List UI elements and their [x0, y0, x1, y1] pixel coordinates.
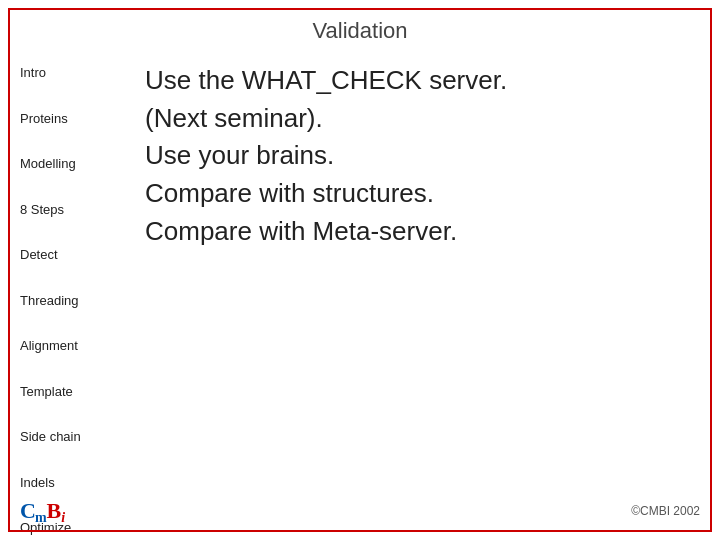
footer: C m B i ©CMBI 2002	[0, 498, 720, 524]
copyright: ©CMBI 2002	[631, 504, 700, 518]
outer-border	[8, 8, 712, 532]
logo-i: i	[61, 510, 65, 526]
logo-m: m	[35, 510, 47, 526]
logo-c: C	[20, 498, 36, 524]
logo-b: B	[47, 498, 62, 524]
logo: C m B i	[20, 498, 65, 524]
